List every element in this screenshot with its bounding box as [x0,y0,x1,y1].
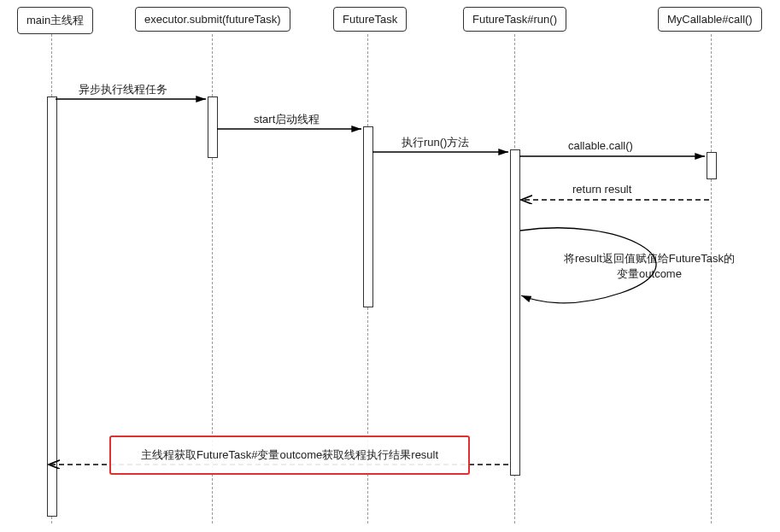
msg-exec-run: 执行run()方法 [402,135,469,150]
msg-async-exec: 异步执行线程任务 [79,82,167,97]
participant-futuretask-run: FutureTask#run() [463,7,566,32]
msg-start-thread: start启动线程 [254,112,320,127]
participant-mycallable-call: MyCallable#call() [658,7,762,32]
msg-return-result: return result [572,183,631,196]
arrow-exec-run [372,149,510,158]
participant-main: main主线程 [17,7,93,34]
activation-main [47,96,57,517]
arrow-async-exec [56,96,208,105]
highlighted-result-text: 主线程获取FutureTask#变量outcome获取线程执行结果result [141,447,438,463]
arrow-return-result [519,197,711,206]
activation-mycallable [707,152,717,179]
participant-executor-submit: executor.submit(futureTask) [135,7,290,32]
arrow-self-loop [519,229,741,310]
arrow-start-thread [217,126,363,135]
msg-callable-call: callable.call() [568,139,633,152]
participant-futuretask: FutureTask [333,7,407,32]
arrow-callable-call [519,154,707,162]
highlighted-result-label: 主线程获取FutureTask#变量outcome获取线程执行结果result [109,436,470,475]
